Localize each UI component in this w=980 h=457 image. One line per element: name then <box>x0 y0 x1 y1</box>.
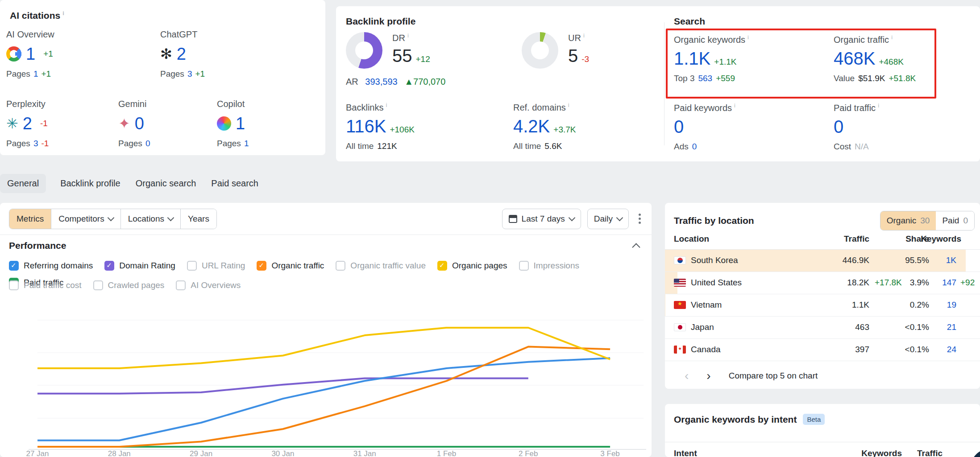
metric-checkbox-domain-rating[interactable]: Domain Rating <box>104 261 175 271</box>
location-row-canada[interactable]: ✦Canada397<0.1%24 <box>665 339 980 361</box>
citation-count[interactable]: 1 <box>26 45 35 64</box>
view-segmented-control: MetricsCompetitorsLocationsYears <box>9 209 217 229</box>
filter-row: MetricsCompetitorsLocationsYears Last 7 … <box>0 203 652 235</box>
organic-traffic-value[interactable]: 468K+468K <box>834 49 916 67</box>
checkbox-icon <box>93 280 103 290</box>
paid-traffic-value[interactable]: 0 <box>834 118 879 136</box>
intent-title: Organic keywords by intent <box>674 414 797 425</box>
pages-count[interactable]: 1 <box>33 69 38 78</box>
perplexity-icon: ✳ <box>6 116 18 131</box>
toggle-paid[interactable]: Paid0 <box>936 211 974 230</box>
top3-value: 563 <box>698 74 712 83</box>
chevron-left-icon[interactable]: ‹ <box>685 370 689 382</box>
location-row-united-states[interactable]: United States18.2K+17.8K3.9%147+92 <box>665 272 980 294</box>
keywords-link[interactable]: 21 <box>947 322 956 332</box>
backlinks-value[interactable]: 116K+106K <box>346 117 415 135</box>
metric-checkbox-impressions[interactable]: Impressions <box>519 261 579 271</box>
ref-domains-value[interactable]: 4.2K+3.7K <box>513 117 576 135</box>
traffic-by-location-card: Traffic by location Organic30 Paid0 Loca… <box>665 203 980 389</box>
gemini-icon: ✦ <box>118 116 130 131</box>
keywords-link[interactable]: 1K <box>946 255 956 265</box>
ai-citation-gemini: Gemini✦0Pages0 <box>118 99 217 148</box>
site-overview-dashboard: AI citations AI Overview1+1Pages1+1ChatG… <box>0 0 980 457</box>
toggle-organic[interactable]: Organic30 <box>880 211 936 230</box>
pages-count[interactable]: 3 <box>33 139 38 148</box>
metric-checkbox-crawled-pages[interactable]: Crawled pages <box>93 280 165 290</box>
tab-backlink-profile[interactable]: Backlink profile <box>59 174 121 193</box>
google-icon <box>6 46 21 62</box>
checkbox-icon <box>187 261 197 271</box>
south-korea-flag-icon <box>674 256 686 264</box>
dr-value: 55+12 <box>392 47 430 65</box>
search-title: Search <box>674 16 705 27</box>
metric-checkbox-organic-traffic[interactable]: Organic traffic <box>257 261 324 271</box>
paid-keywords-stat: Paid keywords 0 Ads0 <box>674 102 735 152</box>
canada-flag-icon: ✦ <box>674 346 686 354</box>
x-axis-label: 31 Jan <box>353 449 376 457</box>
ur-gauge-chart <box>522 32 558 69</box>
compare-top5-link[interactable]: Compare top 5 on chart <box>729 371 818 381</box>
organic-keywords-value[interactable]: 1.1K+1.1K <box>674 49 749 67</box>
more-options-button[interactable] <box>635 210 644 227</box>
vietnam-flag-icon: ★ <box>674 301 686 309</box>
chevron-down-icon <box>107 214 114 222</box>
copilot-icon <box>217 116 231 131</box>
metric-checkbox-ai-overviews[interactable]: AI Overviews <box>176 280 241 290</box>
keywords-link[interactable]: 24 <box>947 345 956 354</box>
pages-count[interactable]: 1 <box>244 139 249 148</box>
granularity-button[interactable]: Daily <box>587 209 629 229</box>
metric-checkbox-paid-traffic-cost[interactable]: Paid traffic cost <box>9 280 82 290</box>
checkbox-icon <box>336 261 345 271</box>
citation-count[interactable]: 2 <box>177 45 186 64</box>
backlink-profile-title: Backlink profile <box>346 16 415 27</box>
performance-title: Performance <box>9 240 66 251</box>
pages-count[interactable]: 3 <box>187 69 192 78</box>
citation-count[interactable]: 1 <box>236 114 245 133</box>
metric-checkbox-row-2: Paid traffic costCrawled pagesAI Overvie… <box>9 280 643 290</box>
ahrefs-rank-row: AR 393,593 ▲770,070 <box>346 77 445 87</box>
tab-organic-search[interactable]: Organic search <box>135 174 197 193</box>
location-row-vietnam[interactable]: ★Vietnam1.1K0.2%19 <box>665 294 980 317</box>
checkbox-icon <box>9 261 19 271</box>
chevron-down-icon <box>167 214 174 222</box>
backlinks-stat: Backlinks 116K+106K All time121K <box>346 102 415 151</box>
keywords-link[interactable]: 147 <box>942 278 956 288</box>
collapse-icon[interactable] <box>632 243 640 251</box>
ahrefs-rank-value[interactable]: 393,593 <box>365 77 397 86</box>
checkbox-icon <box>519 261 529 271</box>
tab-general[interactable]: General <box>0 174 46 193</box>
x-axis-label: 29 Jan <box>190 449 212 457</box>
location-row-south-korea[interactable]: South Korea446.9K95.5%1K <box>665 250 980 272</box>
share-bar <box>665 294 665 316</box>
overview-tabs: GeneralBacklink profileOrganic searchPai… <box>0 174 259 193</box>
filter-years-button[interactable]: Years <box>180 209 216 229</box>
filter-metrics-button[interactable]: Metrics <box>9 209 51 229</box>
location-row-japan[interactable]: Japan463<0.1%21 <box>665 317 980 339</box>
chart-line-domain-rating <box>37 379 528 394</box>
backlink-search-card: Backlink profile DR 55+12 AR 393,593 ▲77… <box>336 6 980 161</box>
chevron-right-icon[interactable]: › <box>706 370 710 382</box>
citation-count[interactable]: 2 <box>23 114 32 133</box>
pages-count[interactable]: 0 <box>145 139 150 148</box>
date-range-button[interactable]: Last 7 days <box>502 209 581 229</box>
checkbox-icon <box>104 261 114 271</box>
filter-competitors-button[interactable]: Competitors <box>51 209 120 229</box>
calendar-icon <box>509 215 517 223</box>
keywords-link[interactable]: 19 <box>947 300 956 310</box>
paid-keywords-value[interactable]: 0 <box>674 118 735 136</box>
filter-locations-button[interactable]: Locations <box>120 209 180 229</box>
metric-checkbox-organic-pages[interactable]: Organic pages <box>437 261 507 271</box>
domain-rating-block: DR 55+12 <box>346 32 430 69</box>
section-divider <box>664 22 664 145</box>
metric-checkbox-referring-domains[interactable]: Referring domains <box>9 261 93 271</box>
ai-citations-title: AI citations <box>10 10 64 21</box>
performance-chart[interactable]: 27 Jan28 Jan29 Jan30 Jan31 Jan1 Feb2 Feb… <box>0 299 652 457</box>
metric-checkbox-url-rating[interactable]: URL Rating <box>187 261 245 271</box>
citation-count[interactable]: 0 <box>135 114 144 133</box>
metric-checkbox-organic-traffic-value[interactable]: Organic traffic value <box>336 261 426 271</box>
ur-label: UR <box>568 32 589 43</box>
dr-gauge-chart <box>346 32 382 69</box>
united-states-flag-icon <box>674 279 686 287</box>
tab-paid-search[interactable]: Paid search <box>210 174 259 193</box>
chatgpt-icon: ✻ <box>160 47 172 61</box>
